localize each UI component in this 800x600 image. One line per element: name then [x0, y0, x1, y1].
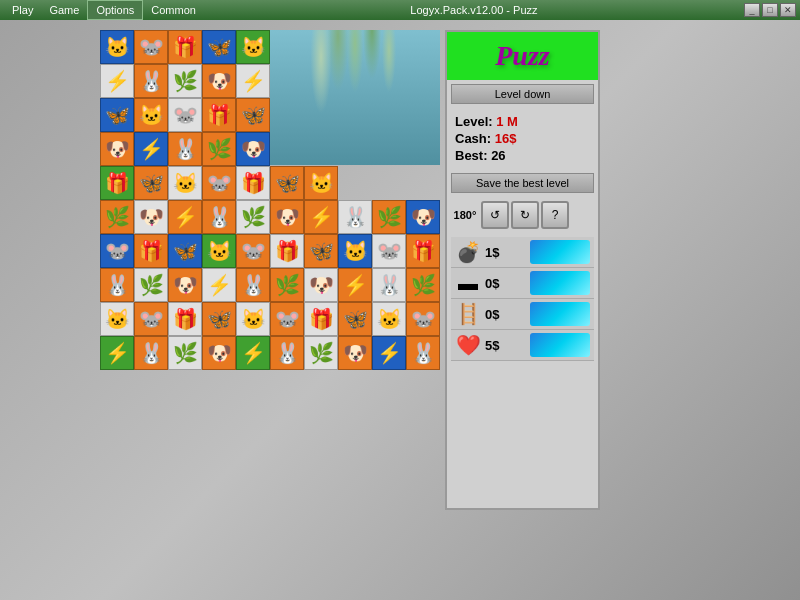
cell-3-4[interactable]: 🐶 [236, 132, 270, 166]
cell-5-8[interactable]: 🌿 [372, 200, 406, 234]
cell-8-4[interactable]: 🐱 [236, 302, 270, 336]
cell-8-7[interactable]: 🦋 [338, 302, 372, 336]
cell-8-6[interactable]: 🎁 [304, 302, 338, 336]
undo-button[interactable]: ↺ [481, 201, 509, 229]
cell-2-2[interactable]: 🐭 [168, 98, 202, 132]
cell-9-4[interactable]: ⚡ [236, 336, 270, 370]
game-title: Puzz [447, 32, 598, 80]
cell-9-5[interactable]: 🐰 [270, 336, 304, 370]
cell-2-4[interactable]: 🦋 [236, 98, 270, 132]
menu-common[interactable]: Common [143, 0, 204, 20]
cell-7-6[interactable]: 🐶 [304, 268, 338, 302]
menu-play[interactable]: Play [4, 0, 41, 20]
cell-1-1[interactable]: 🐰 [134, 64, 168, 98]
cell-8-8[interactable]: 🐱 [372, 302, 406, 336]
cell-9-0[interactable]: ⚡ [100, 336, 134, 370]
item-color-1 [530, 271, 590, 295]
game-grid[interactable]: 🐱🐭🎁🦋🐱⚡🐰🌿🐶⚡🦋🐱🐭🎁🦋🐶⚡🐰🌿🐶🎁🦋🐱🐭🎁🦋🐱🌿🐶⚡🐰🌿🐶⚡🐰🌿🐶🐭🎁🦋… [100, 30, 440, 510]
cell-5-4[interactable]: 🌿 [236, 200, 270, 234]
cell-0-2[interactable]: 🎁 [168, 30, 202, 64]
cell-9-3[interactable]: 🐶 [202, 336, 236, 370]
cell-3-2[interactable]: 🐰 [168, 132, 202, 166]
cell-5-7[interactable]: 🐰 [338, 200, 372, 234]
help-button[interactable]: ? [541, 201, 569, 229]
menu-game[interactable]: Game [41, 0, 87, 20]
cell-2-3[interactable]: 🎁 [202, 98, 236, 132]
cell-4-0[interactable]: 🎁 [100, 166, 134, 200]
cell-7-2[interactable]: 🐶 [168, 268, 202, 302]
cell-0-4[interactable]: 🐱 [236, 30, 270, 64]
cell-8-9[interactable]: 🐭 [406, 302, 440, 336]
item-row-2[interactable]: 🪜 0$ [451, 299, 594, 330]
cell-5-9[interactable]: 🐶 [406, 200, 440, 234]
cell-3-3[interactable]: 🌿 [202, 132, 236, 166]
close-button[interactable]: ✕ [780, 3, 796, 17]
save-best-button[interactable]: Save the best level [451, 173, 594, 193]
item-row-0[interactable]: 💣 1$ [451, 237, 594, 268]
redo-button[interactable]: ↻ [511, 201, 539, 229]
cell-5-0[interactable]: 🌿 [100, 200, 134, 234]
cell-8-1[interactable]: 🐭 [134, 302, 168, 336]
window-controls: _ □ ✕ [744, 3, 796, 17]
cell-5-5[interactable]: 🐶 [270, 200, 304, 234]
cell-9-2[interactable]: 🌿 [168, 336, 202, 370]
cell-6-0[interactable]: 🐭 [100, 234, 134, 268]
cell-4-1[interactable]: 🦋 [134, 166, 168, 200]
maximize-button[interactable]: □ [762, 3, 778, 17]
cell-3-1[interactable]: ⚡ [134, 132, 168, 166]
cell-6-2[interactable]: 🦋 [168, 234, 202, 268]
cell-7-7[interactable]: ⚡ [338, 268, 372, 302]
cell-7-5[interactable]: 🌿 [270, 268, 304, 302]
cell-5-6[interactable]: ⚡ [304, 200, 338, 234]
item-row-1[interactable]: ▬ 0$ [451, 268, 594, 299]
cell-6-4[interactable]: 🐭 [236, 234, 270, 268]
cell-4-5[interactable]: 🦋 [270, 166, 304, 200]
cell-9-1[interactable]: 🐰 [134, 336, 168, 370]
cell-6-1[interactable]: 🎁 [134, 234, 168, 268]
cell-8-2[interactable]: 🎁 [168, 302, 202, 336]
cell-2-0[interactable]: 🦋 [100, 98, 134, 132]
item-color-2 [530, 302, 590, 326]
cell-6-3[interactable]: 🐱 [202, 234, 236, 268]
cell-1-4[interactable]: ⚡ [236, 64, 270, 98]
cell-6-6[interactable]: 🦋 [304, 234, 338, 268]
cell-9-6[interactable]: 🌿 [304, 336, 338, 370]
cell-4-2[interactable]: 🐱 [168, 166, 202, 200]
cell-7-3[interactable]: ⚡ [202, 268, 236, 302]
cell-5-3[interactable]: 🐰 [202, 200, 236, 234]
cell-1-3[interactable]: 🐶 [202, 64, 236, 98]
cell-0-1[interactable]: 🐭 [134, 30, 168, 64]
cell-7-9[interactable]: 🌿 [406, 268, 440, 302]
item-row-3[interactable]: ❤️ 5$ [451, 330, 594, 361]
cell-2-1[interactable]: 🐱 [134, 98, 168, 132]
cell-7-4[interactable]: 🐰 [236, 268, 270, 302]
cell-6-9[interactable]: 🎁 [406, 234, 440, 268]
cell-3-0[interactable]: 🐶 [100, 132, 134, 166]
cell-9-8[interactable]: ⚡ [372, 336, 406, 370]
cell-9-7[interactable]: 🐶 [338, 336, 372, 370]
cell-6-7[interactable]: 🐱 [338, 234, 372, 268]
level-down-button[interactable]: Level down [451, 84, 594, 104]
item-price-0: 1$ [485, 245, 526, 260]
cell-6-5[interactable]: 🎁 [270, 234, 304, 268]
cell-5-2[interactable]: ⚡ [168, 200, 202, 234]
cell-8-0[interactable]: 🐱 [100, 302, 134, 336]
cell-4-6[interactable]: 🐱 [304, 166, 338, 200]
cell-5-1[interactable]: 🐶 [134, 200, 168, 234]
cell-1-2[interactable]: 🌿 [168, 64, 202, 98]
cell-9-9[interactable]: 🐰 [406, 336, 440, 370]
menu-options[interactable]: Options [87, 0, 143, 20]
cell-7-1[interactable]: 🌿 [134, 268, 168, 302]
cell-7-0[interactable]: 🐰 [100, 268, 134, 302]
cell-7-8[interactable]: 🐰 [372, 268, 406, 302]
cell-6-8[interactable]: 🐭 [372, 234, 406, 268]
cell-4-4[interactable]: 🎁 [236, 166, 270, 200]
cell-8-5[interactable]: 🐭 [270, 302, 304, 336]
cell-0-0[interactable]: 🐱 [100, 30, 134, 64]
minimize-button[interactable]: _ [744, 3, 760, 17]
cell-8-3[interactable]: 🦋 [202, 302, 236, 336]
cell-1-0[interactable]: ⚡ [100, 64, 134, 98]
cell-4-3[interactable]: 🐭 [202, 166, 236, 200]
cell-0-3[interactable]: 🦋 [202, 30, 236, 64]
item-color-3 [530, 333, 590, 357]
